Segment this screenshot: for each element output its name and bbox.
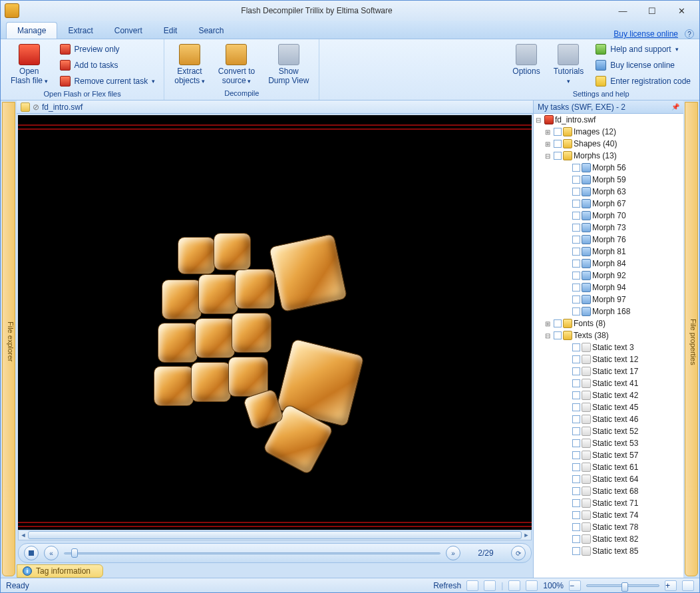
tab-extract[interactable]: Extract [57, 23, 103, 39]
close-button[interactable]: ✕ [667, 3, 695, 18]
tasks-tree[interactable]: ⊟fd_intro.swf⊞Images (12)⊞Shapes (40)⊟Mo… [534, 114, 683, 578]
tree-leaf[interactable]: Static text 68 [534, 485, 683, 497]
tree-row[interactable]: ⊟fd_intro.swf [534, 114, 683, 126]
tab-manage[interactable]: Manage [6, 22, 57, 39]
tab-search[interactable]: Search [188, 23, 234, 39]
tree-row[interactable]: ⊟Morphs (13) [534, 150, 683, 162]
tree-leaf[interactable]: Morph 168 [534, 305, 683, 317]
help-support-button[interactable]: Help and support ▾ [592, 42, 694, 57]
refresh-button[interactable]: Refresh [433, 581, 461, 590]
remove-current-task-button[interactable]: Remove current task ▾ [57, 74, 159, 89]
convert-icon [226, 44, 247, 65]
preview-area[interactable] [18, 115, 532, 530]
tree-row[interactable]: ⊟Texts (38) [534, 329, 683, 341]
tree-leaf[interactable]: Static text 42 [534, 389, 683, 401]
tree-row[interactable]: ⊞Fonts (8) [534, 317, 683, 329]
color-picker-button[interactable] [484, 580, 496, 591]
tree-leaf[interactable]: Morph 56 [534, 162, 683, 174]
tree-leaf[interactable]: Morph 97 [534, 294, 683, 305]
tree-leaf[interactable]: Morph 94 [534, 282, 683, 294]
tree-leaf[interactable]: Morph 92 [534, 270, 683, 282]
convert-to-source-button[interactable]: Convert tosource ▾ [214, 42, 260, 87]
snapshot-button[interactable] [466, 580, 478, 591]
group-open-label: Open Flash or Flex files [6, 89, 158, 99]
document-tab[interactable]: fd_intro.swf [42, 102, 83, 112]
open-flash-file-button[interactable]: OpenFlash file ▾ [6, 42, 53, 87]
dump-icon [278, 44, 299, 65]
tree-leaf[interactable]: Morph 76 [534, 234, 683, 246]
rewind-button[interactable]: « [44, 546, 59, 560]
ribbon-tabs: Manage Extract Convert Edit Search Buy l… [1, 21, 699, 39]
options-button[interactable]: Options [508, 42, 544, 78]
tree-leaf[interactable]: Static text 41 [534, 377, 683, 389]
file-explorer-tab[interactable]: File explorer [2, 102, 15, 576]
tree-leaf[interactable]: Morph 70 [534, 210, 683, 222]
tree-leaf[interactable]: Static text 85 [534, 545, 683, 557]
tree-leaf[interactable]: Static text 17 [534, 365, 683, 377]
tree-row[interactable]: ⊞Shapes (40) [534, 138, 683, 150]
zoom-slider[interactable] [586, 584, 659, 587]
shield-icon[interactable] [682, 580, 694, 591]
tree-leaf[interactable]: Static text 64 [534, 473, 683, 485]
tree-leaf[interactable]: Static text 78 [534, 521, 683, 533]
tutorials-button[interactable]: Tutorials▾ [549, 42, 589, 87]
my-tasks-header: My tasks (SWF, EXE) - 2 📌 [534, 100, 683, 114]
zoom-out-button[interactable]: − [569, 580, 581, 591]
frame-counter: 2/29 [466, 548, 506, 558]
ribbon: OpenFlash file ▾ Preview only Add to tas… [1, 39, 699, 100]
options-icon [516, 44, 537, 65]
file-properties-tab[interactable]: File properties [685, 102, 698, 576]
close-tab-icon[interactable]: ⊘ [33, 102, 39, 112]
tab-edit[interactable]: Edit [153, 23, 188, 39]
group-settings-label: Settings and help [508, 89, 694, 99]
tree-leaf[interactable]: Static text 57 [534, 449, 683, 461]
tree-leaf[interactable]: Static text 61 [534, 461, 683, 473]
tree-leaf[interactable]: Morph 81 [534, 246, 683, 258]
loop-button[interactable]: ⟳ [511, 546, 526, 560]
pan-tool-button[interactable] [508, 580, 520, 591]
tree-leaf[interactable]: Static text 3 [534, 341, 683, 353]
tree-leaf[interactable]: Static text 46 [534, 413, 683, 425]
tree-leaf[interactable]: Morph 59 [534, 174, 683, 186]
tree-leaf[interactable]: Static text 74 [534, 509, 683, 521]
minimize-button[interactable]: — [609, 3, 637, 18]
tree-leaf[interactable]: Static text 53 [534, 437, 683, 449]
extract-icon [179, 44, 200, 65]
tree-leaf[interactable]: Static text 82 [534, 533, 683, 545]
forward-button[interactable]: » [446, 546, 460, 560]
buy-license-button[interactable]: Buy license online [592, 58, 694, 73]
tree-leaf[interactable]: Morph 73 [534, 222, 683, 234]
fit-tool-button[interactable] [526, 580, 538, 591]
buy-license-link[interactable]: Buy license online [613, 29, 681, 39]
tree-row[interactable]: ⊞Images (12) [534, 126, 683, 138]
horizontal-scrollbar[interactable]: ◄ ► [18, 530, 532, 540]
tree-leaf[interactable]: Morph 84 [534, 258, 683, 270]
zoom-in-button[interactable]: + [665, 580, 677, 591]
maximize-button[interactable]: ☐ [638, 3, 666, 18]
titlebar: Flash Decompiler Trillix by Eltima Softw… [1, 1, 699, 21]
info-icon: i [23, 566, 32, 576]
show-dump-view-button[interactable]: ShowDump View [263, 42, 313, 87]
preview-icon [60, 44, 71, 55]
tag-info-bar: i Tag information [17, 564, 533, 578]
tree-leaf[interactable]: Static text 12 [534, 353, 683, 365]
add-tasks-icon [60, 60, 71, 71]
tab-convert[interactable]: Convert [104, 23, 153, 39]
flash-content [162, 240, 393, 447]
preview-only-button[interactable]: Preview only [57, 42, 159, 57]
tree-leaf[interactable]: Morph 63 [534, 186, 683, 198]
new-tab-icon[interactable] [21, 102, 30, 112]
tag-information-panel[interactable]: i Tag information [17, 564, 103, 578]
pin-icon[interactable]: 📌 [671, 103, 679, 110]
playback-slider[interactable] [64, 550, 440, 556]
add-to-tasks-button[interactable]: Add to tasks [57, 58, 159, 73]
help-icon[interactable]: ? [685, 29, 694, 39]
tree-leaf[interactable]: Static text 71 [534, 497, 683, 509]
tree-leaf[interactable]: Static text 45 [534, 401, 683, 413]
stop-button[interactable] [24, 546, 39, 560]
extract-objects-button[interactable]: Extractobjects ▾ [170, 42, 210, 87]
tree-leaf[interactable]: Static text 52 [534, 425, 683, 437]
enter-registration-button[interactable]: Enter registration code [592, 74, 694, 89]
status-text: Ready [6, 581, 29, 590]
tree-leaf[interactable]: Morph 67 [534, 198, 683, 210]
